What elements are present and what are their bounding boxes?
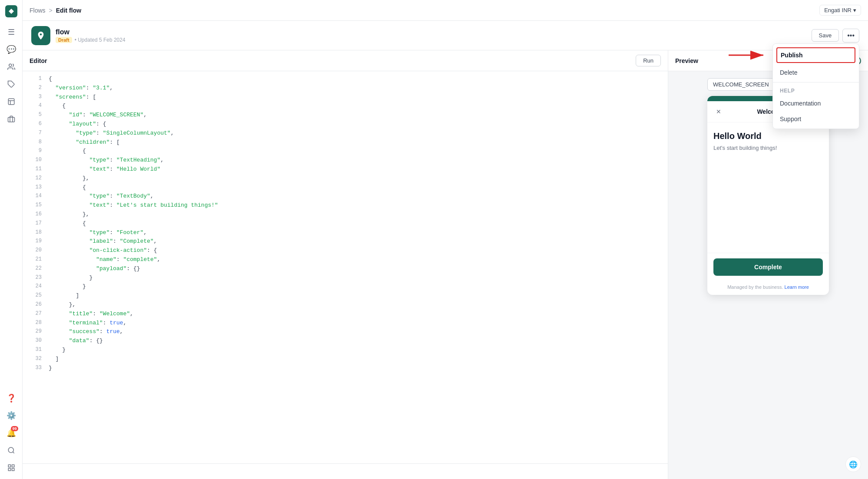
- line-content: ]: [49, 355, 661, 364]
- line-content: "layout": {: [49, 120, 661, 129]
- line-number: 30: [30, 337, 42, 345]
- line-content: "data": {}: [49, 337, 661, 346]
- flow-header-actions: Save •••: [812, 29, 859, 43]
- line-content: }: [49, 346, 661, 355]
- preview-content: WELCOME_SCREEN ▾ ✕ Welcome ⋮ Hello World…: [668, 71, 868, 479]
- delete-menu-item[interactable]: Delete: [773, 65, 859, 80]
- line-number: 18: [30, 228, 42, 237]
- arrow-indicator: [726, 49, 770, 63]
- line-number: 33: [30, 364, 42, 372]
- line-number: 2: [30, 84, 42, 92]
- sidebar-item-notifications[interactable]: 🔔 99: [3, 425, 19, 441]
- topbar: Flows > Edit flow Engati INR ▾: [23, 0, 868, 21]
- svg-point-5: [8, 447, 13, 453]
- line-number: 7: [30, 129, 42, 137]
- sidebar-item-conversations[interactable]: 💬: [3, 42, 19, 57]
- line-number: 20: [30, 246, 42, 254]
- close-icon[interactable]: ✕: [713, 106, 724, 117]
- line-content: }: [49, 282, 661, 291]
- sidebar-item-labels[interactable]: [3, 76, 19, 92]
- line-number: 21: [30, 255, 42, 264]
- line-number: 9: [30, 147, 42, 155]
- line-number: 25: [30, 291, 42, 300]
- run-button[interactable]: Run: [636, 55, 661, 66]
- mobile-body: Hello World Let's start building things!: [707, 122, 829, 253]
- code-line-10: 10 "type": "TextHeading",: [23, 156, 668, 165]
- code-line-18: 18 "type": "Footer",: [23, 228, 668, 238]
- documentation-menu-item[interactable]: Documentation: [773, 96, 859, 111]
- mobile-heading: Hello World: [713, 131, 823, 141]
- code-line-11: 11 "text": "Hello World": [23, 165, 668, 174]
- svg-rect-7: [12, 465, 14, 467]
- editor-area: Editor Run 1 { 2 "version": "3.1",: [23, 50, 868, 479]
- code-line-20: 20 "on-click-action": {: [23, 246, 668, 255]
- flow-name: flow: [56, 28, 806, 36]
- code-line-2: 2 "version": "3.1",: [23, 84, 668, 93]
- line-content: }: [49, 274, 661, 283]
- sidebar-item-help[interactable]: ❓: [3, 390, 19, 406]
- support-menu-item[interactable]: Support: [773, 111, 859, 127]
- line-content: "type": "TextHeading",: [49, 156, 661, 165]
- region-selector[interactable]: Engati INR ▾: [819, 5, 861, 16]
- sidebar: ☰ 💬 ❓ ⚙️ 🔔 99: [0, 0, 23, 479]
- svg-rect-8: [8, 469, 10, 471]
- more-options-button[interactable]: •••: [842, 29, 859, 43]
- breadcrumb: Flows > Edit flow: [30, 7, 81, 14]
- learn-more-link[interactable]: Learn more: [785, 284, 809, 290]
- editor-footer: [23, 463, 668, 479]
- line-content: "title": "Welcome",: [49, 310, 661, 319]
- topbar-right: Engati INR ▾: [819, 5, 861, 16]
- code-line-6: 6 "layout": {: [23, 120, 668, 129]
- dropdown-menu: Publish Delete Help Documentation Suppor…: [772, 43, 859, 129]
- line-number: 17: [30, 219, 42, 228]
- line-number: 3: [30, 93, 42, 101]
- publish-menu-item[interactable]: Publish: [776, 47, 855, 63]
- code-line-12: 12 },: [23, 174, 668, 183]
- code-line-28: 28 "terminal": true,: [23, 319, 668, 328]
- sidebar-item-menu[interactable]: ☰: [3, 24, 19, 40]
- mobile-managed-text: Managed by the business. Learn more: [707, 281, 829, 295]
- flow-header: flow Draft • Updated 5 Feb 2024 Save •••: [23, 21, 868, 50]
- line-number: 23: [30, 274, 42, 282]
- line-content: {: [49, 147, 661, 156]
- globe-icon[interactable]: 🌐: [845, 456, 861, 472]
- region-label: Engati INR: [824, 7, 851, 13]
- line-number: 12: [30, 174, 42, 182]
- code-line-3: 3 "screens": [: [23, 93, 668, 102]
- line-content: "type": "Footer",: [49, 228, 661, 238]
- sidebar-item-grid[interactable]: [3, 460, 19, 476]
- sidebar-item-search[interactable]: [3, 443, 19, 458]
- flow-info: flow Draft • Updated 5 Feb 2024: [56, 28, 806, 43]
- svg-rect-9: [12, 469, 14, 471]
- line-content: {: [49, 75, 661, 84]
- sidebar-item-flows[interactable]: [3, 94, 19, 109]
- line-content: "children": [: [49, 138, 661, 147]
- line-content: "name": "complete",: [49, 255, 661, 264]
- line-number: 13: [30, 183, 42, 192]
- line-content: "success": true,: [49, 327, 661, 337]
- sidebar-item-contacts[interactable]: [3, 59, 19, 75]
- breadcrumb-current: Edit flow: [56, 7, 81, 14]
- line-content: {: [49, 183, 661, 192]
- code-line-19: 19 "label": "Complete",: [23, 237, 668, 246]
- line-number: 1: [30, 75, 42, 83]
- breadcrumb-flows[interactable]: Flows: [30, 7, 46, 14]
- line-content: "id": "WELCOME_SCREEN",: [49, 111, 661, 120]
- line-content: "terminal": true,: [49, 319, 661, 328]
- flow-meta: Draft • Updated 5 Feb 2024: [56, 37, 806, 43]
- breadcrumb-separator: >: [49, 7, 53, 14]
- code-line-4: 4 {: [23, 102, 668, 111]
- line-number: 10: [30, 156, 42, 164]
- save-button[interactable]: Save: [812, 29, 839, 42]
- sidebar-item-settings[interactable]: ⚙️: [3, 408, 19, 423]
- line-content: "version": "3.1",: [49, 84, 661, 93]
- complete-button[interactable]: Complete: [713, 258, 823, 276]
- line-number: 4: [30, 102, 42, 110]
- line-content: "type": "SingleColumnLayout",: [49, 129, 661, 138]
- line-number: 19: [30, 237, 42, 245]
- sidebar-item-briefcase[interactable]: [3, 111, 19, 127]
- code-editor[interactable]: 1 { 2 "version": "3.1", 3 "screens": [: [23, 71, 668, 463]
- flow-icon: [31, 26, 50, 45]
- screen-selector-value: WELCOME_SCREEN: [713, 81, 769, 88]
- code-line-24: 24 }: [23, 282, 668, 291]
